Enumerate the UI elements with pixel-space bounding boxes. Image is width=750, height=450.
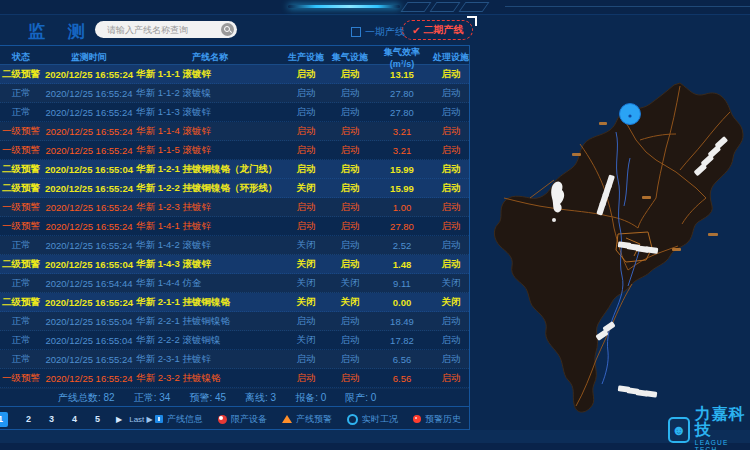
table-row[interactable]: 正常2020/12/25 16:55:04华新 2-2-2 滚镀铜镍关闭启动17… [0,331,469,350]
legend-label: 产线信息 [167,413,203,426]
cell-name: 华新 1-1-5 滚镀锌 [136,144,284,157]
legend-label: 预警历史 [425,413,461,426]
summary-bar: 产线总数: 82正常: 34预警: 45离线: 3报备: 0限产: 0 [0,389,469,406]
cell-eff: 2.52 [372,240,432,251]
cell-time: 2020/12/25 16:55:24 [42,240,136,251]
cell-status: 二级预警 [0,182,42,195]
cell-eff: 1.00 [372,202,432,213]
table-row[interactable]: 正常2020/12/25 16:55:24华新 1-4-2 滚镀锌关闭启动2.5… [0,236,469,255]
cell-time: 2020/12/25 16:55:04 [42,259,136,270]
search-input[interactable] [105,24,221,36]
phase1-checkbox[interactable]: 一期产线 [351,25,405,39]
cell-eff: 27.80 [372,221,432,232]
check-icon: ✔ [412,25,420,36]
district-map[interactable] [480,48,750,440]
legend-item[interactable]: 预警历史 [413,413,461,426]
table-row[interactable]: 正常2020/12/25 16:55:24华新 1-1-3 滚镀锌启动启动27.… [0,103,469,122]
table-row[interactable]: 一级预警2020/12/25 16:55:24华新 2-3-2 挂镀镍铬启动启动… [0,369,469,388]
legend-item[interactable]: 产线信息 [155,413,203,426]
page-button-active[interactable]: 1 [0,412,8,427]
monitor-table-panel: 状态监测时间产线名称生产设施集气设施集气效率(m³/s)处理设施 二级预警202… [0,45,470,430]
table-row[interactable]: 二级预警2020/12/25 16:55:24华新 1-1-1 滚镀锌启动启动1… [0,65,469,84]
cell-name: 华新 2-1-1 挂镀铜镍铬 [136,296,284,309]
table-header-row: 状态监测时间产线名称生产设施集气设施集气效率(m³/s)处理设施 [0,46,469,65]
top-decor-strip [0,0,750,15]
cell-treat: 启动 [432,144,469,157]
cell-eff: 27.80 [372,107,432,118]
cell-gas: 关闭 [328,277,372,290]
cell-name: 华新 1-2-1 挂镀铜镍铬（龙门线） [136,163,284,176]
summary-item: 预警: 45 [189,391,226,405]
alarm-dot-icon [413,415,421,423]
table-row[interactable]: 二级预警2020/12/25 16:55:24华新 1-2-2 挂镀铜镍铬（环形… [0,179,469,198]
cell-time: 2020/12/25 16:55:24 [42,69,136,80]
page-button[interactable]: 5 [95,414,100,424]
cell-prod: 关闭 [284,277,328,290]
cell-prod: 关闭 [284,258,328,271]
cell-treat: 启动 [432,106,469,119]
glow-line-decor [288,5,400,8]
cell-name: 华新 1-4-2 滚镀锌 [136,239,284,252]
page-button[interactable]: 4 [72,414,77,424]
cell-status: 二级预警 [0,258,42,271]
cell-eff: 3.21 [372,126,432,137]
table-row[interactable]: 一级预警2020/12/25 16:55:24华新 1-1-5 滚镀锌启动启动3… [0,141,469,160]
search-box[interactable] [95,21,237,38]
cell-treat: 启动 [432,182,469,195]
cell-gas: 启动 [328,163,372,176]
cell-name: 华新 1-1-3 滚镀锌 [136,106,284,119]
cell-status: 一级预警 [0,220,42,233]
table-row[interactable]: 正常2020/12/25 16:55:24华新 2-3-1 挂镀锌启动启动6.5… [0,350,469,369]
table-row[interactable]: 一级预警2020/12/25 16:55:24华新 1-2-3 挂镀锌启动启动1… [0,198,469,217]
cell-status: 一级预警 [0,372,42,385]
phase2-button[interactable]: ✔ 二期产线 [402,20,473,40]
cell-treat: 启动 [432,372,469,385]
cell-treat: 启动 [432,87,469,100]
checkbox-icon[interactable] [351,27,361,37]
cell-time: 2020/12/25 16:54:44 [42,278,136,289]
cell-status: 正常 [0,239,42,252]
cell-name: 华新 1-4-3 滚镀锌 [136,258,284,271]
search-icon[interactable] [221,23,234,36]
cell-gas: 启动 [328,353,372,366]
cell-gas: 启动 [328,106,372,119]
legend-item[interactable]: 实时工况 [347,413,398,426]
cell-gas: 启动 [328,125,372,138]
page-button[interactable]: 2 [26,414,31,424]
next-page-button[interactable]: ▶ [116,415,122,424]
table-row[interactable]: 一级预警2020/12/25 16:55:24华新 1-4-1 挂镀锌启动启动2… [0,217,469,236]
page-button[interactable]: 3 [49,414,54,424]
table-row[interactable]: 正常2020/12/25 16:54:44华新 1-4-4 仿金关闭关闭9.11… [0,274,469,293]
legend-item[interactable]: 限产设备 [218,413,267,426]
table-row[interactable]: 二级预警2020/12/25 16:55:04华新 1-2-1 挂镀铜镍铬（龙门… [0,160,469,179]
cell-status: 二级预警 [0,163,42,176]
summary-item: 报备: 0 [295,391,326,405]
table-row[interactable]: 二级预警2020/12/25 16:55:04华新 1-4-3 滚镀锌关闭启动1… [0,255,469,274]
table-row[interactable]: 正常2020/12/25 16:55:04华新 2-2-1 挂镀铜镍铬启动启动1… [0,312,469,331]
phase1-label: 一期产线 [365,25,405,39]
legend-item[interactable]: 产线预警 [282,413,332,426]
map-legend: 产线信息限产设备产线预警实时工况预警历史 [155,407,461,431]
cell-time: 2020/12/25 16:55:04 [42,164,136,175]
table-row[interactable]: 正常2020/12/25 16:55:24华新 1-1-2 滚镀镍启动启动27.… [0,84,469,103]
legend-label: 产线预警 [296,413,332,426]
cell-prod: 启动 [284,106,328,119]
cell-treat: 启动 [432,239,469,252]
logo-icon: ☻ [668,417,690,443]
bottom-band-dark [0,443,750,450]
table-row[interactable]: 一级预警2020/12/25 16:55:24华新 1-1-4 滚镀锌启动启动3… [0,122,469,141]
decor-tab [429,2,460,12]
cell-name: 华新 1-4-1 挂镀锌 [136,220,284,233]
info-square-icon [155,415,163,423]
table-row[interactable]: 二级预警2020/12/25 16:55:24华新 2-1-1 挂镀铜镍铬关闭关… [0,293,469,312]
map-cluster-marker[interactable] [620,104,641,125]
cell-prod: 启动 [284,315,328,328]
cell-treat: 关闭 [432,296,469,309]
column-header: 处理设施 [432,51,470,64]
cell-time: 2020/12/25 16:55:24 [42,88,136,99]
cell-treat: 启动 [432,334,469,347]
last-page-button[interactable]: Last ▶ [129,415,153,424]
cell-time: 2020/12/25 16:55:24 [42,373,136,384]
cell-treat: 启动 [432,68,469,81]
summary-item: 正常: 34 [134,391,171,405]
